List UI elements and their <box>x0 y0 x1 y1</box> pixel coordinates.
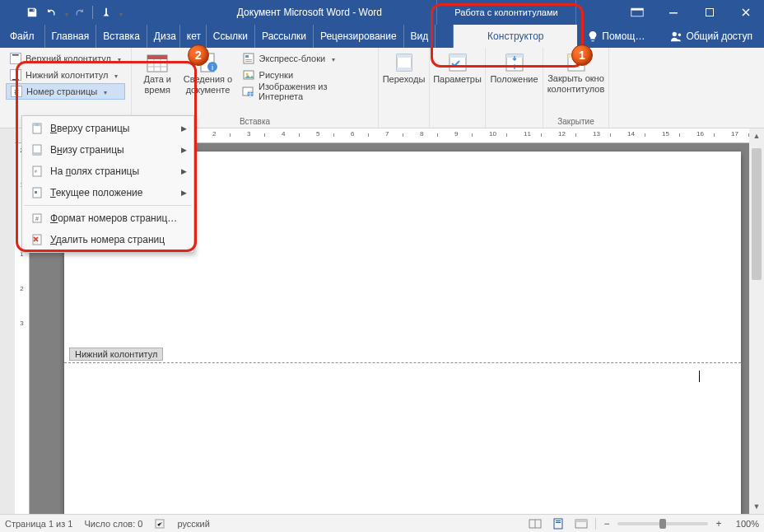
status-language[interactable]: русский <box>177 519 209 529</box>
submenu-arrow-icon: ▶ <box>181 189 187 197</box>
navigation-icon <box>393 53 416 72</box>
tell-me-search[interactable]: Помощ… <box>582 25 650 48</box>
chevron-down-icon <box>112 70 118 80</box>
svg-rect-3 <box>706 9 714 16</box>
svg-text:#: # <box>35 169 37 174</box>
window-controls <box>619 0 764 25</box>
header-label: Верхний колонтитул <box>26 54 111 63</box>
position-icon <box>503 53 526 72</box>
dd-margins-label: На полях страницы <box>50 166 139 177</box>
svg-rect-2 <box>669 12 678 14</box>
tab-mailings[interactable]: Рассылки <box>255 25 314 48</box>
tab-design[interactable]: Диза <box>147 25 180 48</box>
callout-badge-1: 1 <box>571 44 593 66</box>
current-position-icon <box>30 186 44 199</box>
submenu-arrow-icon: ▶ <box>181 167 187 175</box>
touch-icon <box>100 7 112 18</box>
dd-bottom-of-page[interactable]: Внизу страницы ▶ <box>22 139 193 161</box>
pictures-label: Рисунки <box>259 70 294 80</box>
minimize-button[interactable] <box>655 0 692 25</box>
page-number-button[interactable]: # Номер страницы <box>6 83 125 100</box>
header-button[interactable]: ▔ Верхний колонтитул <box>6 50 125 67</box>
tab-review[interactable]: Рецензирование <box>314 25 404 48</box>
ruler-tick: 3 <box>247 130 250 138</box>
share-button[interactable]: Общий доступ <box>664 25 759 48</box>
touch-mode-button[interactable] <box>97 3 115 21</box>
status-page[interactable]: Страница 1 из 1 <box>5 519 72 529</box>
undo-button[interactable] <box>43 3 61 21</box>
date-time-button[interactable]: Дата и время <box>135 50 179 95</box>
quick-parts-button[interactable]: Экспресс-блоки <box>238 50 375 67</box>
zoom-out-button[interactable]: − <box>601 518 613 530</box>
status-bar: Страница 1 из 1 Число слов: 0 русский − … <box>0 514 764 532</box>
ruler-tick: 6 <box>351 130 354 138</box>
redo-button[interactable] <box>70 3 88 21</box>
calendar-icon <box>146 52 169 73</box>
view-print-layout[interactable] <box>549 517 567 530</box>
qat-customize-caret-icon[interactable] <box>117 5 123 20</box>
status-spellcheck-icon[interactable] <box>154 518 165 530</box>
svg-rect-6 <box>147 55 167 59</box>
scroll-thumb[interactable] <box>752 148 762 280</box>
ruler-tick: 11 <box>524 130 531 138</box>
tab-home[interactable]: Главная <box>45 25 97 48</box>
ribbon-options-button[interactable] <box>619 0 655 25</box>
tab-view[interactable]: Вид <box>404 25 436 48</box>
window-title: Документ Microsoft Word - Word <box>237 7 382 18</box>
view-web-layout[interactable] <box>572 517 590 530</box>
position-button[interactable]: Положение <box>487 50 542 85</box>
status-word-count[interactable]: Число слов: 0 <box>84 519 142 529</box>
tell-me-label: Помощ… <box>602 30 645 42</box>
contextual-tab-label: Работа с колонтитулами <box>436 0 576 25</box>
position-label: Положение <box>490 74 538 84</box>
share-icon <box>670 30 682 42</box>
zoom-level[interactable]: 100% <box>729 519 759 529</box>
vertical-scrollbar[interactable]: ▲ ▼ <box>749 128 764 514</box>
page-top-icon: # <box>30 122 44 135</box>
group-position: Положение <box>486 48 543 128</box>
view-read-mode[interactable] <box>526 517 544 530</box>
pictures-icon <box>242 68 255 82</box>
page-bottom-icon <box>30 143 44 156</box>
scroll-down-button[interactable]: ▼ <box>749 499 764 514</box>
tab-layout[interactable]: кет <box>180 25 207 48</box>
text-cursor <box>699 371 700 382</box>
options-icon <box>447 53 468 72</box>
dd-top-of-page[interactable]: # Вверху страницы ▶ <box>22 118 193 139</box>
zoom-slider[interactable] <box>617 522 708 525</box>
header-icon: ▔ <box>10 53 21 64</box>
quick-parts-label: Экспресс-блоки <box>259 54 326 63</box>
dd-bottom-label: Внизу страницы <box>50 144 124 156</box>
footer-label: Нижний колонтитул <box>26 70 108 80</box>
save-button[interactable] <box>23 3 41 21</box>
dd-format-page-numbers[interactable]: # Формат номеров страниц… <box>22 208 193 229</box>
maximize-button[interactable] <box>692 0 728 25</box>
tab-file[interactable]: Файл <box>0 25 45 48</box>
ribbon-options-icon <box>631 7 644 17</box>
tab-references[interactable]: Ссылки <box>207 25 255 48</box>
lightbulb-icon <box>587 30 599 42</box>
footer-button[interactable]: ▁ Нижний колонтитул <box>6 67 125 83</box>
ruler-pad <box>0 128 15 514</box>
svg-point-4 <box>673 32 677 36</box>
dd-page-margins[interactable]: # На полях страницы ▶ <box>22 161 193 182</box>
close-window-button[interactable] <box>728 0 764 25</box>
svg-rect-12 <box>245 59 252 60</box>
pictures-button[interactable]: Рисунки <box>238 67 375 83</box>
tab-insert[interactable]: Вставка <box>96 25 147 48</box>
dd-remove-page-numbers[interactable]: Удалить номера страниц <box>22 229 193 250</box>
dd-current-position[interactable]: Текущее положение ▶ <box>22 182 193 203</box>
ruler-tick: 8 <box>420 130 423 138</box>
undo-caret-icon[interactable] <box>63 5 68 20</box>
ruler-tick: 16 <box>696 130 704 138</box>
svg-rect-13 <box>245 61 252 62</box>
scroll-up-button[interactable]: ▲ <box>749 128 764 143</box>
online-pictures-button[interactable]: Изображения из Интернета <box>238 83 375 100</box>
tab-designer[interactable]: Конструктор <box>454 25 577 48</box>
dd-current-label: Текущее положение <box>50 187 142 198</box>
undo-icon <box>46 7 58 18</box>
options-button[interactable]: Параметры <box>431 50 484 85</box>
share-label: Общий доступ <box>686 30 752 42</box>
navigation-button[interactable]: Переходы <box>381 50 427 85</box>
zoom-in-button[interactable]: + <box>713 518 724 530</box>
